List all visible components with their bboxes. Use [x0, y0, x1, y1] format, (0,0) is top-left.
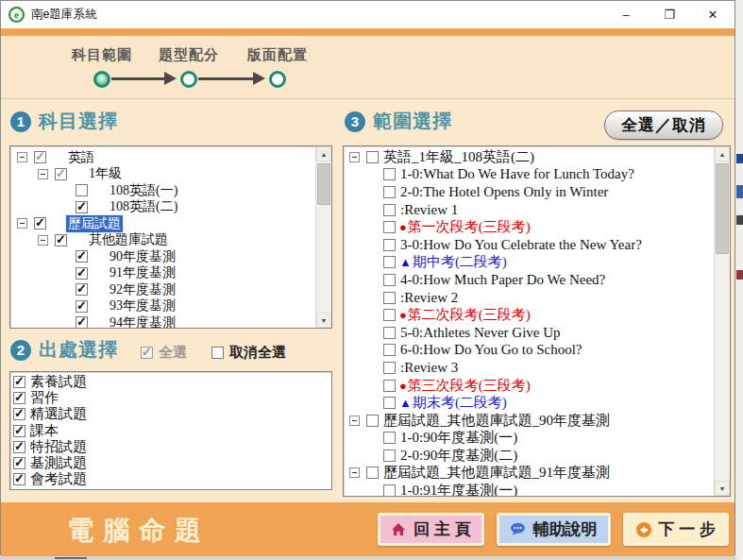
- select-all-control[interactable]: ✓ 全選: [141, 344, 187, 362]
- scope-item-checkbox[interactable]: [383, 397, 396, 409]
- scope-tree-item[interactable]: 1-0:91年度基測(一): [347, 482, 730, 497]
- source-list-item[interactable]: ✓會考試題: [13, 471, 331, 487]
- subject-tree-item[interactable]: ✓92年度基測: [13, 281, 331, 298]
- scope-tree-item[interactable]: 歷屆試題_其他題庫試題_90年度基測: [347, 412, 730, 430]
- deselect-all-checkbox[interactable]: [211, 347, 224, 359]
- scope-tree-item[interactable]: 歷屆試題_其他題庫試題_91年度基測: [347, 465, 730, 483]
- scope-tree-item[interactable]: ●第二次段考(三段考): [347, 306, 730, 324]
- scope-item-checkbox[interactable]: [383, 484, 396, 497]
- select-all-checkbox[interactable]: ✓: [141, 347, 153, 359]
- source-list-item[interactable]: ✓素養試題: [13, 374, 331, 390]
- scope-item-checkbox[interactable]: [383, 432, 396, 444]
- scope-item-checkbox[interactable]: [383, 380, 396, 392]
- subject-tree-item[interactable]: ✓90年度基測: [13, 248, 331, 265]
- scope-item-checkbox[interactable]: [366, 151, 379, 163]
- scope-tree-item[interactable]: 英語_1年級_108英語(二): [347, 148, 730, 166]
- collapse-toggle-icon[interactable]: [17, 218, 27, 229]
- source-item-checkbox[interactable]: ✓: [13, 392, 25, 404]
- scroll-up-icon[interactable]: ▲: [715, 146, 730, 161]
- scrollbar-thumb[interactable]: [317, 163, 330, 205]
- scope-item-checkbox[interactable]: [383, 274, 396, 286]
- collapse-toggle-icon[interactable]: [17, 152, 27, 162]
- scope-item-checkbox[interactable]: [383, 344, 396, 356]
- tree-item-checkbox[interactable]: ✓: [55, 234, 67, 246]
- source-item-checkbox[interactable]: ✓: [13, 473, 25, 485]
- scope-tree-item[interactable]: 4-0:How Much Paper Do We Need?: [347, 271, 730, 289]
- scope-item-checkbox[interactable]: [366, 415, 379, 427]
- scope-tree-item[interactable]: ●第一次段考(三段考): [347, 218, 730, 236]
- scope-tree-scrollbar[interactable]: ▲ ▼: [714, 146, 730, 496]
- deselect-all-control[interactable]: 取消全選: [211, 344, 286, 362]
- subject-tree-item[interactable]: ✓108英語(二): [13, 199, 331, 216]
- subject-tree-item[interactable]: ✓93年度基測: [13, 298, 331, 315]
- subject-tree-item[interactable]: 108英語(一): [13, 182, 331, 199]
- toggle-select-all-button[interactable]: 全選／取消: [604, 110, 723, 140]
- minimize-button[interactable]: –: [604, 1, 648, 28]
- scrollbar-thumb[interactable]: [716, 163, 729, 254]
- tree-item-checkbox[interactable]: ✓: [55, 168, 67, 180]
- scope-tree-item[interactable]: 6-0:How Do You Go to School?: [347, 342, 730, 360]
- scope-tree-item[interactable]: 1-0:What Do We Have for Lunch Today?: [347, 166, 730, 184]
- next-step-button[interactable]: 下 一 步: [623, 513, 729, 546]
- source-item-checkbox[interactable]: ✓: [13, 408, 25, 420]
- source-list-item[interactable]: ✓習作: [13, 390, 331, 406]
- scope-tree-item[interactable]: 2-0:90年度基測(二): [347, 447, 730, 465]
- scope-item-checkbox[interactable]: [383, 239, 396, 251]
- scope-tree-item[interactable]: ●第三次段考(三段考): [347, 377, 730, 395]
- tree-item-checkbox[interactable]: ✓: [34, 217, 46, 229]
- scope-tree-item[interactable]: 5-0:Athletes Never Give Up: [347, 324, 730, 342]
- subject-tree-item[interactable]: ✓94年度基測: [13, 314, 331, 329]
- source-item-checkbox[interactable]: ✓: [13, 376, 25, 388]
- help-button[interactable]: 輔助說明: [497, 513, 611, 546]
- scope-tree-item[interactable]: 3-0:How Do You Celebrate the New Year?: [347, 236, 730, 254]
- scope-item-checkbox[interactable]: [383, 309, 396, 321]
- tree-item-checkbox[interactable]: ✓: [76, 316, 88, 329]
- tree-item-checkbox[interactable]: ✓: [34, 151, 46, 163]
- scroll-up-icon[interactable]: ▲: [316, 146, 331, 161]
- source-item-checkbox[interactable]: ✓: [13, 425, 25, 437]
- source-list-item[interactable]: ✓特招試題: [13, 439, 331, 455]
- scope-item-checkbox[interactable]: [383, 186, 396, 198]
- scope-item-checkbox[interactable]: [383, 450, 396, 462]
- tree-item-checkbox[interactable]: ✓: [76, 283, 88, 296]
- scope-tree-item[interactable]: :Review 3: [347, 359, 730, 377]
- collapse-toggle-icon[interactable]: [38, 235, 48, 246]
- subject-tree-item[interactable]: ✓歷屆試題: [13, 215, 331, 232]
- tree-item-checkbox[interactable]: ✓: [76, 267, 88, 280]
- source-list-item[interactable]: ✓基測試題: [13, 455, 331, 471]
- subject-tree-item[interactable]: ✓1年級: [13, 166, 331, 183]
- scope-item-checkbox[interactable]: [383, 292, 396, 304]
- tree-item-checkbox[interactable]: ✓: [76, 300, 88, 313]
- scope-tree-item[interactable]: 2-0:The Hotel Opens Only in Winter: [347, 183, 730, 201]
- tree-item-checkbox[interactable]: ✓: [76, 250, 88, 263]
- scope-tree-item[interactable]: :Review 2: [347, 289, 730, 307]
- scope-tree-item[interactable]: ▲期末考(二段考): [347, 394, 730, 412]
- scope-tree-item[interactable]: ▲期中考(二段考): [347, 254, 730, 272]
- tree-item-checkbox[interactable]: ✓: [76, 201, 88, 213]
- source-list-item[interactable]: ✓課本: [13, 423, 331, 439]
- scope-item-checkbox[interactable]: [383, 327, 396, 339]
- collapse-toggle-icon[interactable]: [349, 467, 360, 478]
- source-item-checkbox[interactable]: ✓: [13, 457, 25, 469]
- collapse-toggle-icon[interactable]: [38, 169, 48, 179]
- scope-item-checkbox[interactable]: [383, 256, 396, 268]
- source-list-item[interactable]: ✓精選試題: [13, 406, 331, 422]
- source-item-checkbox[interactable]: ✓: [13, 441, 25, 453]
- home-button[interactable]: 回 主 頁: [378, 513, 483, 546]
- scope-item-checkbox[interactable]: [383, 362, 396, 374]
- scope-tree-item[interactable]: 1-0:90年度基測(一): [347, 430, 730, 448]
- maximize-button[interactable]: ❐: [648, 1, 691, 28]
- collapse-toggle-icon[interactable]: [349, 416, 360, 426]
- scope-item-checkbox[interactable]: [383, 168, 396, 180]
- close-button[interactable]: ✕: [691, 1, 735, 28]
- subject-tree-item[interactable]: ✓其他題庫試題: [13, 232, 331, 249]
- subject-tree-scrollbar[interactable]: ▲ ▼: [315, 146, 331, 328]
- scope-item-checkbox[interactable]: [366, 467, 379, 479]
- scroll-down-icon[interactable]: ▼: [316, 313, 331, 328]
- scroll-down-icon[interactable]: ▼: [715, 481, 730, 496]
- tree-item-checkbox[interactable]: [76, 184, 88, 196]
- subject-tree-item[interactable]: ✓91年度基測: [13, 265, 331, 282]
- subject-tree-item[interactable]: ✓英語: [13, 149, 331, 166]
- scope-item-checkbox[interactable]: [383, 204, 396, 216]
- scope-item-checkbox[interactable]: [383, 221, 396, 233]
